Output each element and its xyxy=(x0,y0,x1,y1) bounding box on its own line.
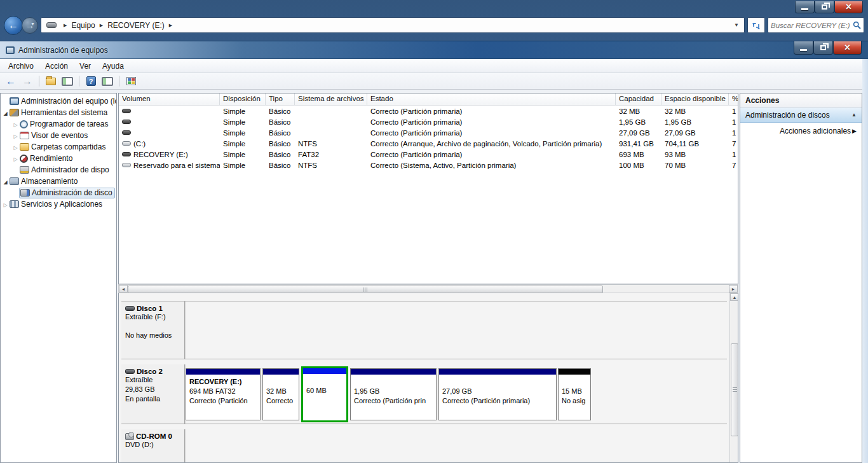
explorer-minimize-button[interactable] xyxy=(795,1,815,13)
mmc-restore-button[interactable] xyxy=(813,41,833,55)
address-bar[interactable]: Equipo RECOVERY (E:) xyxy=(41,17,745,33)
menu-ayuda[interactable]: Ayuda xyxy=(97,60,130,72)
expand-icon[interactable] xyxy=(12,120,19,128)
forward-arrow-icon xyxy=(22,76,32,87)
disk-strip-cdrom[interactable] xyxy=(186,429,727,463)
tree-item-carpetas[interactable]: Carpetas compartidas xyxy=(1,141,116,153)
search-icon[interactable] xyxy=(853,21,861,29)
tools-icon xyxy=(10,109,19,116)
console-tree-icon xyxy=(62,77,73,86)
forward-button[interactable] xyxy=(22,17,38,34)
volume-row[interactable]: Simple Básico Correcto (Partición primar… xyxy=(119,106,738,116)
menu-accion[interactable]: Acción xyxy=(39,60,74,72)
minimize-icon xyxy=(800,49,807,51)
partition-2709gb[interactable]: 27,09 GB Correcto (Partición primaria) xyxy=(438,368,557,420)
breadcrumb-arrow-icon[interactable] xyxy=(165,23,177,28)
scroll-left-icon[interactable] xyxy=(119,285,128,293)
actions-item-additional[interactable]: Acciones adicionales xyxy=(740,123,862,139)
cell-tipo: Básico xyxy=(266,129,295,137)
tree-item-visor-eventos[interactable]: Visor de eventos xyxy=(1,130,116,141)
toolbar-forward-button[interactable] xyxy=(20,74,34,88)
partition-32mb[interactable]: 32 MB Correcto xyxy=(262,368,299,420)
collapse-icon[interactable] xyxy=(2,177,9,186)
partition-60mb-selected[interactable]: 60 MB xyxy=(301,366,348,422)
mmc-minimize-button[interactable] xyxy=(794,41,813,55)
volume-row[interactable]: Simple Básico Correcto (Partición primar… xyxy=(119,127,738,138)
expand-icon[interactable] xyxy=(2,200,9,209)
expand-icon[interactable] xyxy=(12,154,19,163)
toolbar-back-button[interactable] xyxy=(4,74,18,88)
toolbar-action-pane-button[interactable] xyxy=(100,74,114,88)
scroll-up-icon[interactable] xyxy=(730,293,738,301)
actions-section-disk-management[interactable]: Administración de discos xyxy=(740,107,862,123)
collapse-section-icon[interactable] xyxy=(851,112,857,118)
explorer-restore-button[interactable] xyxy=(815,1,834,13)
breadcrumb-arrow-icon[interactable] xyxy=(95,23,107,28)
cell-tipo: Básico xyxy=(266,140,295,148)
partition-status: Correcto (Partición xyxy=(189,396,257,406)
volume-row[interactable]: Simple Básico Correcto (Partición primar… xyxy=(119,116,738,127)
tree-item-administrador-dispositivos[interactable]: Administrador de dispo xyxy=(1,164,116,176)
menu-archivo[interactable]: Archivo xyxy=(3,60,39,72)
computer-icon xyxy=(10,97,19,105)
vertical-scrollbar-thumb[interactable] xyxy=(731,343,738,436)
breadcrumb-equipo[interactable]: Equipo xyxy=(71,21,95,30)
disk-header-disco2[interactable]: Disco 2 Extraíble 29,83 GB En pantalla xyxy=(121,364,185,424)
folder-icon xyxy=(46,78,56,85)
tree-item-servicios[interactable]: Servicios y Aplicaciones xyxy=(1,198,116,210)
column-header-estado[interactable]: Estado xyxy=(367,93,616,105)
cell-estado: Correcto (Partición primaria) xyxy=(367,129,616,137)
tree-item-programador[interactable]: Programador de tareas xyxy=(1,118,116,130)
disk-status: En pantalla xyxy=(125,394,180,404)
refresh-button[interactable] xyxy=(747,17,765,33)
disk-strip-disco1[interactable] xyxy=(186,301,727,359)
volume-row-c[interactable]: (C:) Simple Básico NTFS Correcto (Arranq… xyxy=(119,138,738,149)
tree-item-almacenamiento[interactable]: Almacenamiento xyxy=(1,176,116,187)
menu-ver[interactable]: Ver xyxy=(74,60,97,72)
partition-195gb[interactable]: 1,95 GB Correcto (Partición prin xyxy=(350,368,437,420)
expand-icon[interactable] xyxy=(12,142,19,151)
explorer-close-button[interactable] xyxy=(834,1,863,13)
column-header-capacidad[interactable]: Capacidad xyxy=(616,93,661,105)
disk-name: Disco 2 xyxy=(137,368,163,375)
mmc-close-button[interactable] xyxy=(833,41,862,55)
cell-disposicion: Simple xyxy=(220,140,266,148)
toolbar-export-button[interactable] xyxy=(44,74,58,88)
breadcrumb-arrow-icon[interactable] xyxy=(59,23,71,28)
volume-row-recovery[interactable]: RECOVERY (E:) Simple Básico FAT32 Correc… xyxy=(119,149,738,160)
tree-item-herramientas[interactable]: Herramientas del sistema xyxy=(1,107,116,118)
tree-item-administracion-discos[interactable]: Administración de disco xyxy=(1,187,116,198)
horizontal-scrollbar-thumb[interactable] xyxy=(128,286,603,293)
address-dropdown-icon[interactable] xyxy=(734,22,742,28)
back-button[interactable] xyxy=(4,16,23,35)
disk-header-cdrom[interactable]: CD-ROM 0 DVD (D:) xyxy=(121,429,185,463)
partition-unallocated[interactable]: 15 MB No asig xyxy=(558,368,591,420)
horizontal-scrollbar[interactable] xyxy=(118,284,738,293)
toolbar-help-button[interactable] xyxy=(84,74,98,88)
tree-item-rendimiento[interactable]: Rendimiento xyxy=(1,153,116,164)
cell-pct: 1 xyxy=(729,107,738,115)
column-header-espacio-disponible[interactable]: Espacio disponible xyxy=(661,93,729,105)
volume-row-reservado[interactable]: Reservado para el sistema Simple Básico … xyxy=(119,160,738,170)
column-header-volumen[interactable]: Volumen xyxy=(119,93,220,105)
mmc-title-bar[interactable]: Administración de equipos xyxy=(0,41,868,59)
breadcrumb-recovery[interactable]: RECOVERY (E:) xyxy=(107,21,165,30)
disk-header-disco1[interactable]: Disco 1 Extraíble (F:) No hay medios xyxy=(121,301,185,359)
back-arrow-icon xyxy=(6,76,16,87)
toolbar-disk-tasks-button[interactable] xyxy=(124,74,138,88)
column-header-disposicion[interactable]: Disposición xyxy=(220,93,266,105)
toolbar-console-tree-button[interactable] xyxy=(60,74,74,88)
column-header-porcentaje[interactable]: % xyxy=(729,93,738,105)
tree-item-equipo[interactable]: Administración del equipo (loc xyxy=(1,95,116,107)
collapse-icon[interactable] xyxy=(2,108,9,117)
column-header-tipo[interactable]: Tipo xyxy=(266,93,295,105)
volume-name: RECOVERY (E:) xyxy=(133,151,188,158)
column-header-sistema-archivos[interactable]: Sistema de archivos xyxy=(295,93,367,105)
search-input[interactable] xyxy=(771,22,853,29)
expand-icon[interactable] xyxy=(12,131,19,140)
history-dropdown-icon[interactable] xyxy=(31,22,35,26)
partition-recovery[interactable]: RECOVERY (E:) 694 MB FAT32 Correcto (Par… xyxy=(186,368,261,420)
scroll-right-icon[interactable] xyxy=(729,285,738,293)
vertical-scrollbar[interactable] xyxy=(729,293,738,463)
disk-row-cdrom: CD-ROM 0 DVD (D:) xyxy=(121,429,727,463)
